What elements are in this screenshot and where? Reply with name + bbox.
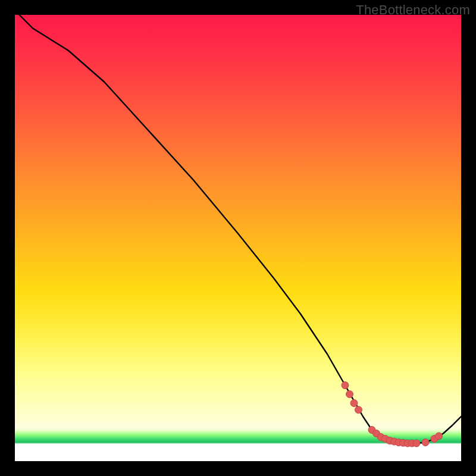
marker-dot bbox=[436, 433, 443, 440]
watermark-text: TheBottleneck.com bbox=[356, 2, 470, 18]
marker-dot bbox=[346, 391, 353, 398]
curve-svg bbox=[15, 15, 461, 461]
marker-dot bbox=[355, 406, 362, 414]
curve-line bbox=[20, 15, 462, 443]
marker-dot bbox=[342, 382, 349, 389]
plot-area bbox=[15, 15, 461, 461]
chart-frame: TheBottleneck.com bbox=[0, 0, 476, 476]
marker-dot bbox=[422, 439, 429, 446]
marker-dot bbox=[413, 440, 420, 447]
marker-dot bbox=[350, 400, 358, 407]
marker-group bbox=[342, 382, 443, 447]
